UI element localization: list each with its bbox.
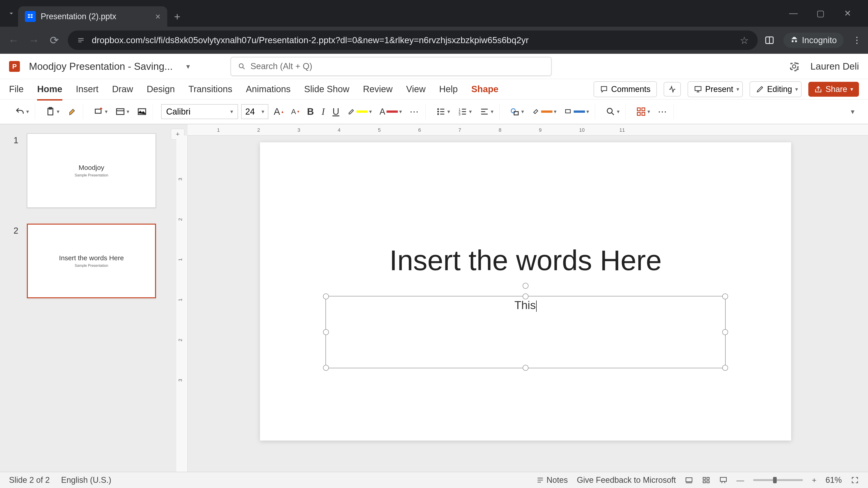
panel-icon[interactable] [765, 35, 774, 45]
browser-menu-button[interactable]: ⋮ [852, 35, 861, 45]
tab-search-button[interactable] [4, 6, 18, 20]
italic-button[interactable]: I [319, 104, 327, 119]
designer-button[interactable]: ▾ [634, 105, 652, 119]
slideshow-view-button[interactable] [719, 476, 727, 484]
svg-rect-38 [686, 478, 692, 482]
incognito-badge[interactable]: Incognito [783, 33, 844, 48]
tab-home[interactable]: Home [37, 81, 62, 97]
bookmark-star-icon[interactable]: ☆ [740, 35, 749, 46]
font-size-value: 24 [245, 107, 255, 117]
powerpoint-app-icon[interactable]: P [9, 61, 20, 72]
resize-handle-tl[interactable] [323, 293, 329, 299]
numbering-button[interactable]: 123▾ [456, 105, 474, 119]
bold-button[interactable]: B [305, 104, 316, 119]
new-tab-button[interactable]: + [174, 10, 180, 23]
comments-label: Comments [611, 85, 651, 94]
tab-slideshow[interactable]: Slide Show [304, 81, 349, 97]
share-button[interactable]: Share ▾ [808, 82, 859, 97]
fit-to-window-button[interactable] [851, 476, 859, 484]
format-painter-button[interactable] [65, 105, 79, 119]
document-name[interactable]: Moodjoy Presentation - Saving... [29, 61, 173, 72]
tab-insert[interactable]: Insert [76, 81, 98, 97]
catch-up-button[interactable] [664, 82, 681, 96]
undo-button[interactable]: ▾ [13, 105, 31, 119]
tab-design[interactable]: Design [147, 81, 175, 97]
shrink-font-button[interactable]: A▾ [289, 106, 302, 118]
reset-button[interactable] [135, 105, 149, 119]
zoom-out-button[interactable]: — [737, 476, 744, 485]
tab-file[interactable]: File [9, 81, 24, 97]
url-field[interactable]: dropbox.com/scl/fi/ds8xk05ovlytyxnalh07u… [68, 31, 758, 50]
shapes-button[interactable]: ▾ [508, 105, 526, 119]
comments-button[interactable]: Comments [594, 81, 657, 97]
toolbar-more-button[interactable]: ⋯ [655, 105, 670, 119]
chevron-down-icon: ▾ [647, 108, 650, 115]
normal-view-button[interactable] [685, 476, 693, 484]
tab-shape[interactable]: Shape [471, 81, 498, 97]
outline-icon [564, 107, 572, 116]
document-name-chevron-icon[interactable]: ▾ [186, 62, 190, 71]
tab-transitions[interactable]: Transitions [188, 81, 232, 97]
present-button[interactable]: Present ▾ [688, 81, 743, 97]
back-button[interactable]: ← [7, 34, 20, 46]
slide-thumbnail-1[interactable]: Moodjoy Sample Presentation [27, 133, 156, 208]
highlight-button[interactable]: ▾ [345, 106, 374, 118]
zoom-slider-thumb[interactable] [773, 477, 777, 483]
align-button[interactable]: ▾ [477, 105, 496, 119]
grow-font-button[interactable]: A▴ [272, 104, 286, 119]
zoom-in-button[interactable]: + [812, 476, 816, 485]
font-size-select[interactable]: 24 ▾ [241, 104, 268, 119]
chevron-down-icon: ▾ [261, 108, 264, 115]
find-button[interactable]: ▾ [603, 105, 622, 119]
resize-handle-bl[interactable] [323, 365, 329, 371]
resize-handle-ml[interactable] [323, 329, 329, 335]
slide-title[interactable]: Insert the words Here [260, 244, 791, 277]
reload-button[interactable]: ⟳ [48, 34, 61, 46]
selected-textbox[interactable]: This [326, 296, 725, 368]
underline-button[interactable]: U [330, 104, 342, 119]
notes-toggle[interactable]: Notes [536, 475, 568, 485]
resize-handle-bm[interactable] [523, 365, 528, 371]
font-name-select[interactable]: Calibri ▾ [161, 104, 238, 119]
close-window-button[interactable]: ✕ [841, 8, 855, 18]
settings-button[interactable] [789, 61, 799, 71]
font-color-button[interactable]: A▾ [377, 105, 404, 119]
shape-fill-button[interactable]: ▾ [529, 106, 559, 118]
tab-review[interactable]: Review [363, 81, 393, 97]
forward-button[interactable]: → [27, 34, 41, 46]
slide-canvas[interactable]: Insert the words Here This [260, 142, 791, 441]
slide-thumbnail-2[interactable]: Insert the words Here Sample Presentatio… [27, 224, 156, 298]
minimize-button[interactable]: — [786, 8, 800, 18]
tab-help[interactable]: Help [439, 81, 458, 97]
paste-button[interactable]: ▾ [43, 105, 62, 119]
feedback-link[interactable]: Give Feedback to Microsoft [577, 475, 676, 485]
layout-button[interactable]: ▾ [113, 105, 131, 119]
tab-close-button[interactable]: × [155, 11, 160, 22]
resize-handle-tr[interactable] [722, 293, 728, 299]
browser-tab[interactable]: Presentation (2).pptx × [18, 6, 167, 27]
vertical-ruler[interactable]: 321123 [176, 135, 188, 472]
font-more-button[interactable]: ⋯ [407, 105, 422, 119]
search-box[interactable]: Search (Alt + Q) [230, 57, 552, 76]
shape-outline-button[interactable]: ▾ [562, 106, 591, 118]
editing-mode-button[interactable]: Editing ▾ [749, 81, 802, 97]
new-slide-button[interactable]: ▾ [91, 105, 110, 119]
horizontal-ruler[interactable]: 1234567891011 [188, 124, 868, 135]
resize-handle-tm[interactable] [523, 293, 528, 299]
rotation-handle[interactable] [523, 283, 528, 289]
user-name[interactable]: Lauren Deli [810, 61, 859, 72]
tab-view[interactable]: View [406, 81, 426, 97]
site-info-icon[interactable] [77, 36, 85, 44]
collapse-ribbon-button[interactable]: ▾ [851, 107, 859, 116]
bullets-button[interactable]: ▾ [434, 105, 452, 119]
resize-handle-mr[interactable] [722, 329, 728, 335]
resize-handle-br[interactable] [722, 365, 728, 371]
slide-counter[interactable]: Slide 2 of 2 [9, 475, 50, 485]
tab-draw[interactable]: Draw [112, 81, 133, 97]
maximize-button[interactable]: ▢ [814, 8, 827, 18]
zoom-slider[interactable] [753, 479, 803, 481]
zoom-level[interactable]: 61% [826, 475, 842, 485]
language-status[interactable]: English (U.S.) [61, 475, 111, 485]
sorter-view-button[interactable] [702, 476, 710, 484]
tab-animations[interactable]: Animations [246, 81, 291, 97]
